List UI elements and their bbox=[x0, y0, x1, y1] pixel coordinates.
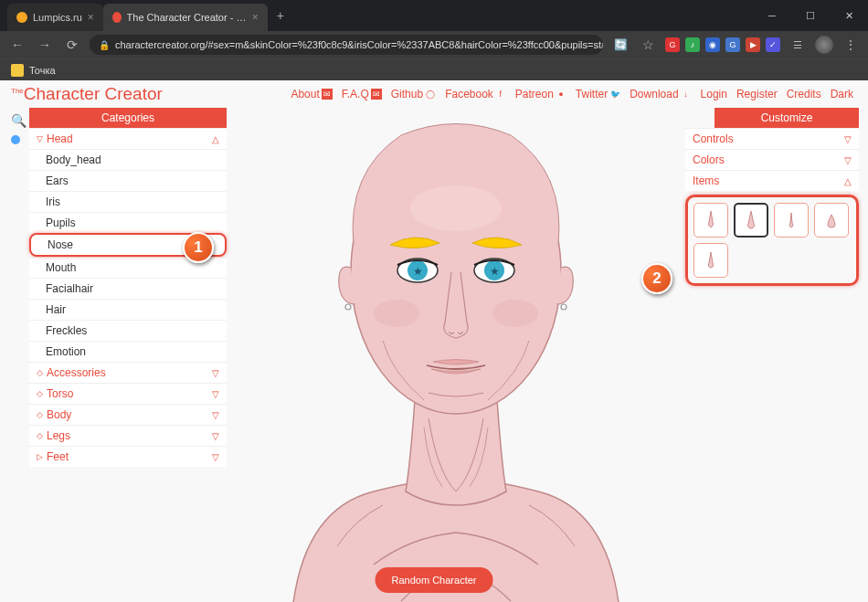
back-button[interactable]: ← bbox=[7, 37, 27, 52]
mail-icon: ✉ bbox=[322, 89, 333, 100]
maximize-button[interactable]: ☐ bbox=[791, 2, 830, 29]
reading-list-icon[interactable]: ☰ bbox=[788, 39, 808, 51]
svg-point-9 bbox=[374, 300, 419, 327]
top-nav: About✉ F.A.Q✉ Github◯ Facebookf Patreon●… bbox=[287, 86, 857, 102]
download-icon: ↓ bbox=[681, 89, 692, 100]
category-group-feet[interactable]: ▷Feet▽ bbox=[29, 446, 227, 467]
github-icon: ◯ bbox=[425, 89, 436, 100]
translate-icon[interactable]: 🔄 bbox=[610, 38, 630, 51]
character-canvas: ★ ★ bbox=[227, 108, 685, 602]
bookmark-item[interactable]: Точка bbox=[29, 65, 56, 76]
extension-icon[interactable]: ◉ bbox=[705, 37, 720, 52]
forward-button[interactable]: → bbox=[35, 37, 55, 52]
nav-patreon[interactable]: Patreon● bbox=[512, 86, 570, 102]
category-item[interactable]: Freckles bbox=[29, 320, 227, 341]
category-group-accessories[interactable]: ◇Accessories▽ bbox=[29, 362, 227, 383]
character-illustration: ★ ★ bbox=[246, 108, 666, 602]
category-item[interactable]: Body_head bbox=[29, 149, 227, 170]
nose-option[interactable] bbox=[774, 203, 809, 238]
nav-credits[interactable]: Credits bbox=[783, 86, 825, 102]
svg-point-11 bbox=[410, 185, 502, 231]
extension-icon[interactable]: ♪ bbox=[685, 37, 700, 52]
expand-icon: ▽ bbox=[212, 431, 219, 441]
new-tab-button[interactable]: + bbox=[268, 8, 293, 23]
patreon-icon: ● bbox=[556, 89, 566, 100]
page-content: TheCharacter Creator About✉ F.A.Q✉ Githu… bbox=[0, 80, 868, 602]
url-text: charactercreator.org/#sex=m&skinColor=%2… bbox=[115, 39, 603, 50]
category-group-body[interactable]: ◇Body▽ bbox=[29, 404, 227, 425]
chevron-icon: ▷ bbox=[37, 452, 43, 461]
svg-point-10 bbox=[492, 300, 538, 327]
collapse-icon: △ bbox=[212, 134, 219, 144]
menu-icon[interactable]: ⋮ bbox=[841, 37, 861, 52]
star-icon[interactable]: ☆ bbox=[638, 37, 658, 52]
category-item[interactable]: Facialhair bbox=[29, 278, 227, 299]
category-item[interactable]: Pupils bbox=[29, 212, 227, 233]
nav-register[interactable]: Register bbox=[733, 86, 781, 102]
window-controls: ─ ☐ ✕ bbox=[753, 2, 868, 29]
category-group-legs[interactable]: ◇Legs▽ bbox=[29, 425, 227, 446]
minimize-button[interactable]: ─ bbox=[753, 2, 791, 29]
twitter-icon: 🐦 bbox=[609, 89, 620, 100]
category-item[interactable]: Iris bbox=[29, 191, 227, 212]
profile-avatar[interactable] bbox=[815, 36, 833, 54]
expand-icon: ▽ bbox=[212, 452, 219, 462]
browser-tab[interactable]: Lumpics.ru × bbox=[7, 4, 103, 31]
nav-about[interactable]: About✉ bbox=[287, 86, 335, 102]
tab-favicon bbox=[112, 12, 122, 23]
search-icon[interactable]: 🔍 bbox=[11, 113, 26, 128]
bookmarks-bar: Точка bbox=[0, 58, 868, 80]
address-bar-row: ← → ⟳ 🔒 charactercreator.org/#sex=m&skin… bbox=[0, 31, 868, 58]
nose-option[interactable] bbox=[693, 243, 728, 278]
customize-section-colors[interactable]: Colors▽ bbox=[685, 149, 859, 170]
svg-point-1 bbox=[345, 304, 351, 310]
tab-title: Lumpics.ru bbox=[33, 12, 82, 23]
nav-login[interactable]: Login bbox=[697, 86, 731, 102]
customize-sections: Controls▽ Colors▽ Items△ bbox=[685, 128, 859, 191]
browser-tab[interactable]: The Character Creator - Build vis × bbox=[103, 4, 268, 31]
category-item[interactable]: Emotion bbox=[29, 341, 227, 362]
tab-favicon bbox=[16, 12, 27, 23]
nav-facebook[interactable]: Facebookf bbox=[441, 86, 510, 102]
nav-twitter[interactable]: Twitter🐦 bbox=[572, 86, 624, 102]
nav-dark[interactable]: Dark bbox=[827, 86, 857, 102]
nose-option[interactable] bbox=[734, 203, 768, 238]
categories-panel: 🔍 Categories ▽Head△ Body_head Ears Iris … bbox=[0, 108, 227, 467]
customize-section-controls[interactable]: Controls▽ bbox=[685, 128, 859, 149]
category-group-torso[interactable]: ◇Torso▽ bbox=[29, 383, 227, 404]
category-item[interactable]: Hair bbox=[29, 299, 227, 320]
color-indicator[interactable] bbox=[11, 135, 20, 144]
nav-github[interactable]: Github◯ bbox=[387, 86, 439, 102]
nose-option[interactable] bbox=[814, 203, 849, 238]
nav-faq[interactable]: F.A.Q✉ bbox=[338, 86, 386, 102]
nose-option[interactable] bbox=[693, 203, 728, 238]
chevron-icon: ◇ bbox=[37, 431, 43, 440]
close-icon[interactable]: × bbox=[88, 11, 94, 24]
category-group-head[interactable]: ▽Head△ bbox=[29, 128, 227, 149]
extension-icon[interactable]: G bbox=[665, 37, 680, 52]
facebook-icon: f bbox=[495, 89, 506, 100]
extension-icon[interactable]: G bbox=[725, 37, 740, 52]
extension-icons: G ♪ ◉ G ▶ ✓ bbox=[665, 37, 780, 52]
categories-header: Categories bbox=[29, 108, 227, 128]
random-character-button[interactable]: Random Character bbox=[376, 567, 493, 593]
extension-icon[interactable]: ✓ bbox=[766, 37, 780, 52]
customize-section-items[interactable]: Items△ bbox=[685, 170, 859, 191]
tab-bar: Lumpics.ru × The Character Creator - Bui… bbox=[0, 0, 868, 31]
close-button[interactable]: ✕ bbox=[830, 2, 868, 29]
reload-button[interactable]: ⟳ bbox=[62, 37, 82, 52]
collapse-icon: △ bbox=[844, 176, 852, 186]
expand-icon: ▽ bbox=[212, 389, 219, 399]
app-title: TheCharacter Creator bbox=[11, 84, 163, 104]
browser-chrome: Lumpics.ru × The Character Creator - Bui… bbox=[0, 0, 868, 69]
address-bar[interactable]: 🔒 charactercreator.org/#sex=m&skinColor=… bbox=[90, 35, 603, 55]
close-icon[interactable]: × bbox=[252, 11, 259, 24]
customize-panel: Customize Controls▽ Colors▽ Items△ 2 bbox=[685, 108, 859, 286]
category-item[interactable]: Ears bbox=[29, 170, 227, 191]
nav-download[interactable]: Download↓ bbox=[626, 86, 694, 102]
extension-icon[interactable]: ▶ bbox=[746, 37, 760, 52]
svg-text:★: ★ bbox=[413, 265, 423, 278]
svg-text:★: ★ bbox=[490, 265, 500, 278]
chevron-icon: ◇ bbox=[37, 368, 43, 377]
lock-icon: 🔒 bbox=[99, 40, 110, 50]
